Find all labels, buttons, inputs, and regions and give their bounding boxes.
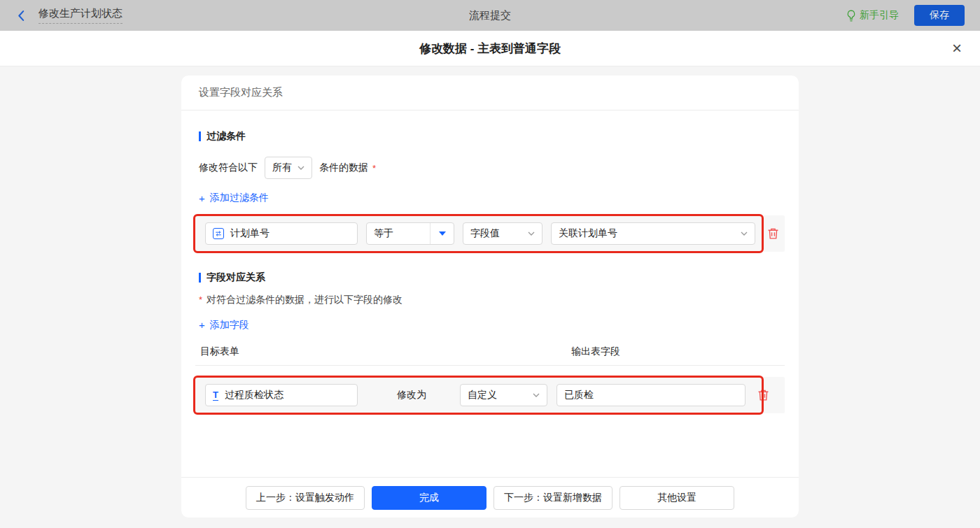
delete-mapping-row-button[interactable] bbox=[757, 389, 769, 401]
plus-icon: + bbox=[199, 193, 205, 204]
dialog-header: 修改数据 - 主表到普通字段 × bbox=[0, 31, 980, 66]
match-suffix-label: 条件的数据 bbox=[319, 162, 368, 174]
beginner-guide-link[interactable]: 新手引导 bbox=[846, 9, 899, 22]
chevron-down-icon bbox=[533, 393, 540, 397]
next-step-button[interactable]: 下一步：设置新增数据 bbox=[493, 486, 612, 510]
value-mode-select[interactable]: 自定义 bbox=[460, 384, 547, 406]
add-field-link[interactable]: + 添加字段 bbox=[199, 319, 249, 331]
filter-field-select[interactable]: 计划单号 bbox=[205, 222, 358, 245]
modify-to-label: 修改为 bbox=[397, 389, 426, 401]
filter-section-title: 过滤条件 bbox=[199, 130, 785, 143]
filter-operator-select[interactable]: 等于 bbox=[366, 222, 454, 245]
filter-value-field-select[interactable]: 关联计划单号 bbox=[551, 222, 755, 245]
mapping-field-label: 过程质检状态 bbox=[225, 389, 284, 401]
trash-icon bbox=[757, 389, 769, 401]
custom-value-input[interactable] bbox=[556, 384, 746, 406]
section-bar-marker bbox=[199, 273, 201, 283]
target-form-column-header: 目标表单 bbox=[200, 345, 571, 358]
dialog-title: 修改数据 - 主表到普通字段 bbox=[419, 41, 561, 57]
mapping-column-headers: 目标表单 输出表字段 bbox=[200, 345, 785, 358]
dialog-body: 设置字段对应关系 过滤条件 修改符合以下 所有 条件的数据 * + 添 bbox=[0, 66, 980, 528]
back-button[interactable] bbox=[15, 10, 27, 22]
chevron-down-icon bbox=[741, 231, 748, 236]
chevron-down-icon bbox=[298, 166, 304, 170]
card-footer: 上一步：设置触发动作 完成 下一步：设置新增数据 其他设置 bbox=[181, 477, 799, 518]
column-header-divider bbox=[195, 365, 785, 366]
flow-title: 修改生产计划状态 bbox=[38, 7, 122, 24]
flow-node-label: 流程提交 bbox=[469, 9, 511, 22]
caret-down-icon bbox=[439, 231, 446, 236]
match-prefix-label: 修改符合以下 bbox=[199, 162, 258, 174]
back-chevron-icon bbox=[15, 10, 27, 22]
serial-number-field-icon bbox=[213, 228, 224, 239]
card-header: 设置字段对应关系 bbox=[181, 76, 799, 110]
card-body: 过滤条件 修改符合以下 所有 条件的数据 * + 添加过滤条件 bbox=[181, 110, 799, 477]
filter-match-line: 修改符合以下 所有 条件的数据 * bbox=[199, 157, 785, 179]
required-asterisk: * bbox=[199, 294, 202, 305]
prev-step-button[interactable]: 上一步：设置触发动作 bbox=[246, 486, 365, 510]
plus-icon: + bbox=[199, 320, 205, 330]
lightbulb-icon bbox=[846, 10, 856, 22]
mapping-field-select[interactable]: T 过程质检状态 bbox=[205, 384, 358, 406]
card-header-title: 设置字段对应关系 bbox=[199, 86, 283, 99]
top-bar: 修改生产计划状态 流程提交 新手引导 保存 bbox=[0, 0, 980, 31]
field-mapping-row: T 过程质检状态 修改为 自定义 bbox=[195, 377, 785, 413]
trash-icon bbox=[767, 227, 779, 240]
done-button[interactable]: 完成 bbox=[372, 486, 486, 510]
output-field-column-header: 输出表字段 bbox=[571, 345, 620, 358]
chevron-down-icon bbox=[528, 231, 535, 236]
required-asterisk: * bbox=[372, 163, 376, 173]
text-field-icon: T bbox=[213, 390, 218, 401]
close-icon[interactable]: × bbox=[952, 40, 962, 57]
filter-condition-row: 计划单号 等于 字段值 关联计划单号 bbox=[195, 215, 785, 252]
settings-card: 设置字段对应关系 过滤条件 修改符合以下 所有 条件的数据 * + 添 bbox=[181, 76, 799, 518]
match-mode-select[interactable]: 所有 bbox=[265, 157, 312, 179]
other-settings-button[interactable]: 其他设置 bbox=[620, 486, 734, 510]
add-filter-condition-link[interactable]: + 添加过滤条件 bbox=[199, 192, 269, 204]
section-bar-marker bbox=[199, 131, 201, 141]
save-button[interactable]: 保存 bbox=[914, 5, 965, 26]
delete-filter-row-button[interactable] bbox=[767, 227, 779, 240]
beginner-guide-label: 新手引导 bbox=[860, 9, 899, 22]
operator-caret-segment[interactable] bbox=[430, 223, 454, 244]
filter-value-type-select[interactable]: 字段值 bbox=[463, 222, 542, 245]
filter-field-label: 计划单号 bbox=[230, 227, 270, 240]
mapping-section-title: 字段对应关系 bbox=[199, 271, 785, 284]
mapping-hint: * 对符合过滤条件的数据，进行以下字段的修改 bbox=[199, 294, 785, 306]
